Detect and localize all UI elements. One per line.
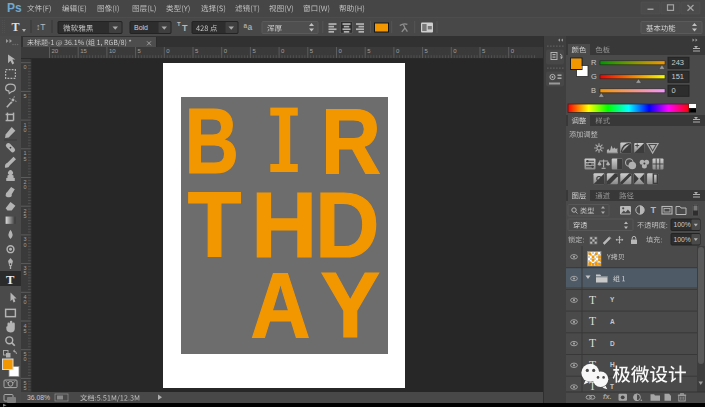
svg-text:A: A	[610, 318, 615, 325]
svg-text:D: D	[610, 340, 615, 347]
svg-text:5: 5	[24, 156, 27, 162]
svg-text:T: T	[589, 337, 596, 349]
svg-text:0: 0	[166, 48, 170, 54]
svg-text:10: 10	[109, 48, 116, 54]
svg-text:T: T	[589, 294, 596, 306]
svg-text:0: 0	[24, 127, 27, 133]
svg-text:100%: 100%	[674, 221, 691, 228]
svg-text:243: 243	[672, 58, 685, 67]
svg-text:5: 5	[310, 48, 314, 54]
svg-text:T: T	[188, 172, 242, 276]
svg-text:fx.: fx.	[603, 392, 611, 401]
svg-text:T: T	[610, 383, 614, 390]
svg-text:B: B	[591, 86, 596, 95]
svg-text:0: 0	[24, 64, 27, 70]
svg-text:151: 151	[672, 72, 685, 81]
svg-text:Ps: Ps	[7, 1, 22, 15]
svg-text:Bold: Bold	[134, 24, 148, 31]
svg-text:5: 5	[195, 48, 199, 54]
svg-text:36.08%: 36.08%	[27, 394, 50, 401]
svg-text:5: 5	[24, 385, 27, 391]
svg-text:0: 0	[453, 48, 457, 54]
svg-text:0: 0	[24, 356, 27, 362]
svg-text:5: 5	[138, 48, 142, 54]
svg-text:0: 0	[339, 48, 343, 54]
svg-text:Y: Y	[610, 296, 615, 303]
svg-text:R: R	[591, 58, 597, 67]
svg-text:Y: Y	[320, 252, 380, 356]
svg-text:0: 0	[396, 48, 400, 54]
svg-text:0: 0	[224, 48, 228, 54]
svg-text:G: G	[591, 72, 597, 81]
svg-text:15: 15	[80, 48, 87, 54]
svg-text:5: 5	[425, 48, 429, 54]
svg-text:5: 5	[367, 48, 371, 54]
svg-text:H: H	[610, 361, 615, 368]
svg-text:0: 0	[511, 48, 515, 54]
svg-text:5: 5	[24, 270, 27, 276]
svg-text:0: 0	[672, 86, 676, 95]
svg-text:T: T	[177, 21, 181, 27]
svg-text:0: 0	[24, 299, 27, 305]
svg-text:0: 0	[24, 184, 27, 190]
svg-text:5: 5	[24, 328, 27, 334]
svg-text:T: T	[6, 273, 15, 287]
svg-text:100%: 100%	[674, 236, 691, 243]
svg-text:a: a	[248, 22, 253, 32]
svg-text:T: T	[182, 23, 188, 33]
svg-text:5: 5	[252, 48, 256, 54]
svg-text:A: A	[250, 252, 310, 357]
svg-text:5: 5	[24, 93, 27, 99]
svg-text:5: 5	[482, 48, 486, 54]
svg-text:0: 0	[24, 242, 27, 248]
svg-text:5: 5	[24, 213, 27, 219]
svg-text:T: T	[12, 20, 20, 34]
svg-text:20: 20	[52, 48, 59, 54]
svg-text:0: 0	[281, 48, 285, 54]
svg-text:T: T	[589, 315, 596, 327]
svg-text:↕T: ↕T	[36, 22, 45, 32]
